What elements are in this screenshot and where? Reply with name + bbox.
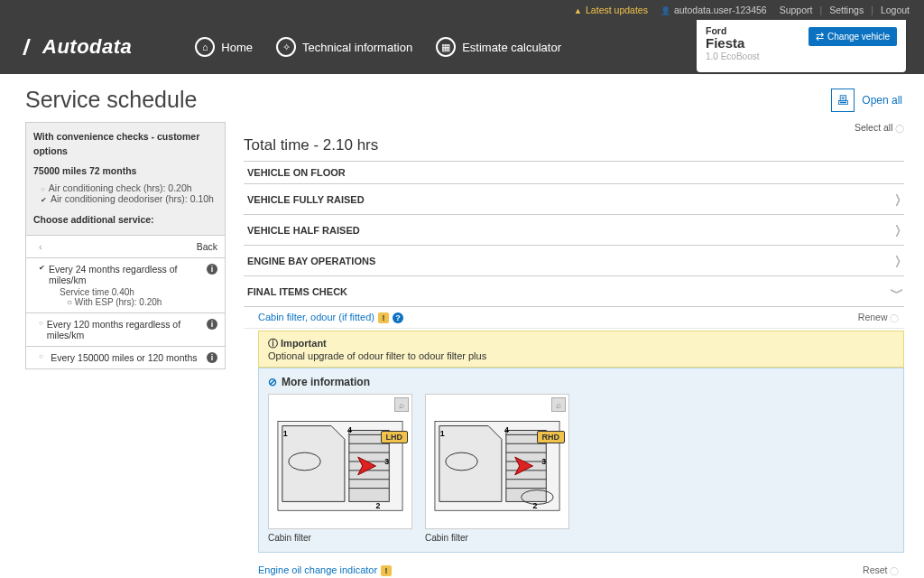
svg-text:1: 1 xyxy=(440,429,445,438)
main-content: Select all Total time - 2.10 hrs VEHICLE… xyxy=(244,122,904,578)
user-account-link[interactable]: autodata.user-123456 xyxy=(661,5,767,15)
chevron-down-icon: › xyxy=(881,289,915,294)
stage-vehicle-full-raised[interactable]: VEHICLE FULLY RAISED› xyxy=(244,183,904,215)
item-label[interactable]: Engine oil change indicator! xyxy=(258,564,392,576)
more-information-panel: More information ⌕ LHD 1 xyxy=(258,368,904,553)
svg-text:4: 4 xyxy=(504,425,509,434)
service-item: Engine oil change indicator!Reset xyxy=(244,560,904,578)
print-button[interactable]: 🖶 xyxy=(831,89,855,112)
item-action[interactable]: Reset xyxy=(863,564,899,576)
select-all[interactable]: Select all xyxy=(244,122,904,133)
svg-text:3: 3 xyxy=(384,457,389,466)
important-title: Important xyxy=(268,337,894,350)
rhd-tag: RHD xyxy=(537,431,566,443)
sidebar-option-24m[interactable]: Every 24 months regardless of miles/km S… xyxy=(26,258,225,313)
chevron-right-icon: › xyxy=(895,182,901,217)
page-title: Service schedule xyxy=(25,87,197,113)
cabin-filter-diagram: 1 4 2 3 xyxy=(426,395,568,528)
help-badge-icon[interactable]: ? xyxy=(393,312,403,323)
brand-logo[interactable]: Autodata xyxy=(25,35,132,59)
lhd-tag: LHD xyxy=(381,431,409,443)
sidebar-heading: With convenience checks - customer optio… xyxy=(33,130,217,159)
chevron-right-icon: › xyxy=(895,213,901,247)
diagram-rhd: ⌕ RHD 1 4 2 3 xyxy=(425,394,569,529)
diagram-lhd: ⌕ LHD 1 4 2 3 xyxy=(268,394,412,529)
wrench-icon: ✧ xyxy=(276,37,296,57)
latest-updates-link[interactable]: Latest updates xyxy=(574,5,648,15)
important-notice: Important Optional upgrade of odour filt… xyxy=(258,331,904,368)
important-body: Optional upgrade of odour filter to odou… xyxy=(268,350,894,361)
item-label[interactable]: Cabin filter, odour (if fitted)!? xyxy=(258,312,403,323)
stage-vehicle-floor[interactable]: VEHICLE ON FLOOR xyxy=(244,161,904,184)
sidebar-back[interactable]: Back xyxy=(26,236,225,258)
support-link[interactable]: Support xyxy=(780,5,813,15)
svg-text:1: 1 xyxy=(283,429,288,438)
sidebar-condition-1[interactable]: Air conditioning check (hrs): 0.20h xyxy=(41,182,217,193)
info-icon[interactable]: i xyxy=(207,319,217,330)
calculator-icon: ▦ xyxy=(436,37,456,57)
open-all-link[interactable]: Open all xyxy=(862,94,902,107)
diagram-caption: Cabin filter xyxy=(425,533,569,543)
cabin-filter-diagram: 1 4 2 3 xyxy=(269,395,411,528)
sidebar-service-time: Service time 0.40h xyxy=(60,287,201,297)
svg-text:2: 2 xyxy=(375,501,380,510)
svg-text:3: 3 xyxy=(541,457,546,466)
sidebar-esp[interactable]: With ESP (hrs): 0.20h xyxy=(75,297,162,307)
svg-text:2: 2 xyxy=(532,501,537,510)
info-icon[interactable]: i xyxy=(207,352,217,363)
zoom-icon[interactable]: ⌕ xyxy=(551,397,566,412)
sidebar-option-120m[interactable]: Every 120 months regardless of miles/kmi xyxy=(26,313,225,347)
chevron-right-icon: › xyxy=(895,244,901,278)
main-navbar: Autodata ⌂Home ✧Technical information ▦E… xyxy=(0,20,924,74)
stage-final-items[interactable]: FINAL ITEMS CHECK› xyxy=(244,275,904,307)
sidebar-condition-2[interactable]: Air conditioning deodoriser (hrs): 0.10h xyxy=(41,193,217,204)
info-badge-icon[interactable]: ! xyxy=(378,312,389,323)
service-item-cabin-filter: Cabin filter, odour (if fitted)!? Renew xyxy=(244,307,904,329)
vehicle-engine: 1.0 EcoBoost xyxy=(706,51,759,61)
total-time: Total time - 2.10 hrs xyxy=(244,136,904,154)
nav-estimate[interactable]: ▦Estimate calculator xyxy=(436,37,561,57)
change-vehicle-button[interactable]: Change vehicle xyxy=(808,27,897,46)
info-badge-icon[interactable]: ! xyxy=(381,565,392,576)
vehicle-card: Ford Fiesta 1.0 EcoBoost Change vehicle xyxy=(697,20,906,72)
nav-technical[interactable]: ✧Technical information xyxy=(276,37,412,57)
sidebar-option-150k[interactable]: Every 150000 miles or 120 monthsi xyxy=(26,347,225,368)
item-action[interactable]: Renew xyxy=(858,312,899,323)
stage-engine-bay[interactable]: ENGINE BAY OPERATIONS› xyxy=(244,245,904,276)
vehicle-model: Fiesta xyxy=(706,36,759,51)
settings-link[interactable]: Settings xyxy=(829,5,864,15)
stage-vehicle-half-raised[interactable]: VEHICLE HALF RAISED› xyxy=(244,214,904,246)
top-utility-bar: Latest updates autodata.user-123456 Supp… xyxy=(0,0,924,20)
nav-home[interactable]: ⌂Home xyxy=(195,37,253,57)
logout-link[interactable]: Logout xyxy=(881,5,910,15)
diagram-caption: Cabin filter xyxy=(268,533,412,543)
more-info-header[interactable]: More information xyxy=(268,376,894,388)
service-options-sidebar: With convenience checks - customer optio… xyxy=(25,122,226,369)
sidebar-interval: 75000 miles 72 months xyxy=(33,164,217,179)
info-icon[interactable]: i xyxy=(207,264,217,275)
svg-text:4: 4 xyxy=(347,425,352,434)
home-icon: ⌂ xyxy=(195,37,215,57)
sidebar-choose-label: Choose additional service: xyxy=(33,213,217,228)
zoom-icon[interactable]: ⌕ xyxy=(394,397,409,412)
